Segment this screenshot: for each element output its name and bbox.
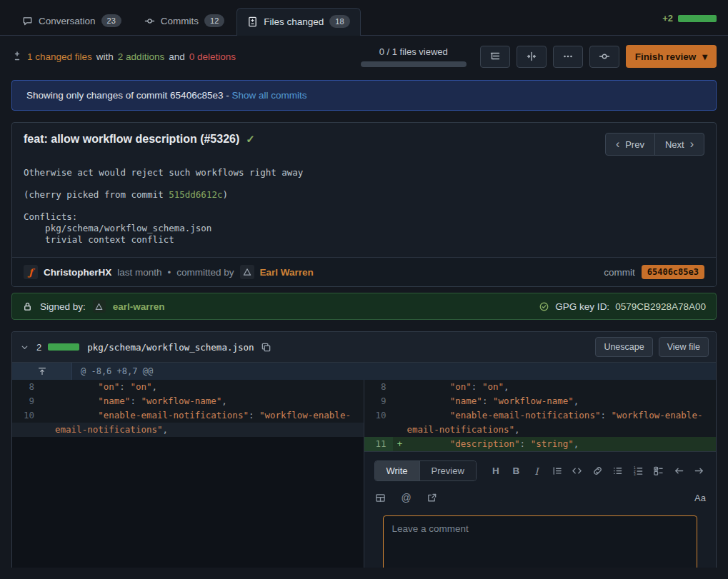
expand-up-icon xyxy=(37,366,47,376)
tab-commits[interactable]: Commits 12 xyxy=(134,7,236,35)
line-number[interactable] xyxy=(12,423,41,437)
tab-files-changed-count: 18 xyxy=(329,15,349,28)
line-number[interactable] xyxy=(364,423,393,437)
diff-context-line: email-notifications", xyxy=(12,423,364,437)
commit-select-button[interactable] xyxy=(589,46,619,68)
diff-options-button[interactable] xyxy=(553,46,583,68)
quote-button[interactable] xyxy=(550,465,563,478)
commit-filter-banner: Showing only changes of commit 65406c85e… xyxy=(11,80,717,111)
font-toggle-button[interactable]: Aa xyxy=(694,493,706,503)
diff-context-line: 10 "enable-email-notifications": "workfl… xyxy=(364,408,717,423)
prev-commit-button[interactable]: ‹ Prev xyxy=(605,133,655,156)
link-button[interactable] xyxy=(591,465,604,478)
code-text: "on": "on", xyxy=(407,380,717,394)
mention-button[interactable]: @ xyxy=(400,491,413,504)
commit-author-link[interactable]: ChristopherHX xyxy=(44,267,111,278)
diff-context-line: 8 "on": "on", xyxy=(364,380,717,394)
tab-files-changed[interactable]: Files changed 18 xyxy=(236,8,360,36)
diff-left-side: 8 "on": "on",9 "name": "workflow-name",1… xyxy=(12,380,364,568)
code-text: email-notifications", xyxy=(55,423,364,437)
table-icon xyxy=(375,493,386,503)
write-tab[interactable]: Write xyxy=(375,461,419,480)
undo-button[interactable] xyxy=(672,465,685,478)
commit-message-body: Otherwise act would reject such workflow… xyxy=(12,158,716,257)
view-file-button[interactable]: View file xyxy=(659,337,709,357)
author-avatar[interactable]: ƒ xyxy=(24,265,38,279)
commit-icon xyxy=(144,16,155,26)
chevron-right-icon: › xyxy=(690,139,694,150)
code-text: "on": "on", xyxy=(55,380,364,394)
editor-toolbar-row: Write Preview H B I 123 xyxy=(374,460,707,481)
commit-body-line: Otherwise act would reject such workflow… xyxy=(24,167,704,178)
deletions-count: 0 deletions xyxy=(189,51,236,62)
task-list-button[interactable] xyxy=(652,465,665,478)
blank-line xyxy=(24,201,704,211)
diff-view-toggle-button[interactable] xyxy=(517,46,547,68)
triangle-logo-icon xyxy=(94,302,104,311)
code-text: email-notifications", xyxy=(407,423,717,437)
line-number[interactable]: 9 xyxy=(364,394,393,408)
cherry-pick-hash-link[interactable]: 515dd6612c xyxy=(169,189,222,200)
reference-button[interactable] xyxy=(426,491,439,504)
line-marker xyxy=(393,408,407,423)
file-tree-toggle-button[interactable] xyxy=(480,46,510,68)
preview-tab[interactable]: Preview xyxy=(419,461,476,480)
comment-textarea[interactable] xyxy=(383,515,697,568)
diff-context-line: 9 "name": "workflow-name", xyxy=(364,394,717,408)
committer-link[interactable]: Earl Warren xyxy=(260,267,314,278)
unordered-list-button[interactable] xyxy=(612,465,624,478)
heading-button[interactable]: H xyxy=(489,465,502,478)
finish-review-button[interactable]: Finish review ▾ xyxy=(626,45,717,68)
line-marker xyxy=(393,380,407,394)
link-icon xyxy=(592,465,603,476)
diff-stats-summary: 1 changed files with 2 additions and 0 d… xyxy=(11,51,236,62)
expand-hunk-button[interactable] xyxy=(12,363,72,380)
code-text: "name": "workflow-name", xyxy=(55,394,364,408)
line-number[interactable]: 10 xyxy=(364,408,393,423)
unescape-button[interactable]: Unescape xyxy=(595,337,652,357)
commit-title-wrap: feat: allow workflow description (#5326)… xyxy=(24,133,255,146)
line-number[interactable]: 11 xyxy=(364,437,393,451)
line-marker xyxy=(41,423,55,437)
next-commit-button[interactable]: Next › xyxy=(654,133,704,156)
committer-avatar[interactable] xyxy=(240,265,254,279)
diff-file-icon xyxy=(247,16,258,27)
diff-added-line: 11+ "description": "string", xyxy=(364,437,717,451)
redo-button[interactable] xyxy=(693,465,706,478)
line-number[interactable]: 8 xyxy=(364,380,393,394)
tab-files-changed-label: Files changed xyxy=(264,16,324,27)
signer-link[interactable]: earl-warren xyxy=(113,301,165,312)
bold-button[interactable]: B xyxy=(509,465,522,478)
next-label: Next xyxy=(665,139,684,150)
chevron-down-icon[interactable] xyxy=(19,342,30,353)
tab-conversation-count: 23 xyxy=(101,14,121,27)
pr-tabbar: Conversation 23 Commits 12 Files changed… xyxy=(0,0,728,36)
copy-icon[interactable] xyxy=(261,342,271,353)
code-button[interactable] xyxy=(571,465,584,478)
line-number[interactable]: 9 xyxy=(12,394,41,408)
diff-file-box: 2 pkg/schema/workflow_schema.json Unesca… xyxy=(11,331,717,568)
tab-conversation[interactable]: Conversation 23 xyxy=(11,7,132,35)
cross-reference-icon xyxy=(427,493,437,503)
finish-review-label: Finish review xyxy=(635,51,697,62)
diff-toolbar: 0 / 1 files viewed Finish review ▾ xyxy=(361,45,717,68)
ordered-list-button[interactable]: 123 xyxy=(632,465,644,478)
banner-text: Showing only changes of commit 65406c85e… xyxy=(26,90,229,101)
code-text: "description": "string", xyxy=(407,437,717,451)
code-text: "name": "workflow-name", xyxy=(407,394,717,408)
signer-avatar[interactable] xyxy=(93,300,106,313)
commit-title: feat: allow workflow description (#5326) xyxy=(24,133,239,146)
table-button[interactable] xyxy=(374,491,387,504)
pr-diffstat: +2 xyxy=(662,13,717,35)
diff-file-header: 2 pkg/schema/workflow_schema.json Unesca… xyxy=(12,332,716,363)
hunk-header-row: @ -8,6 +8,7 @@ xyxy=(12,363,716,380)
line-number[interactable]: 8 xyxy=(12,380,41,394)
blank-line xyxy=(24,178,704,189)
show-all-commits-link[interactable]: Show all commits xyxy=(231,90,306,101)
line-number[interactable]: 10 xyxy=(12,408,41,423)
code-text: "enable-email-notifications": "workflow-… xyxy=(407,408,717,423)
code-icon xyxy=(572,465,582,476)
triangle-logo-icon xyxy=(242,267,252,277)
italic-button[interactable]: I xyxy=(530,465,543,478)
commit-hash-badge[interactable]: 65406c85e3 xyxy=(642,265,704,279)
